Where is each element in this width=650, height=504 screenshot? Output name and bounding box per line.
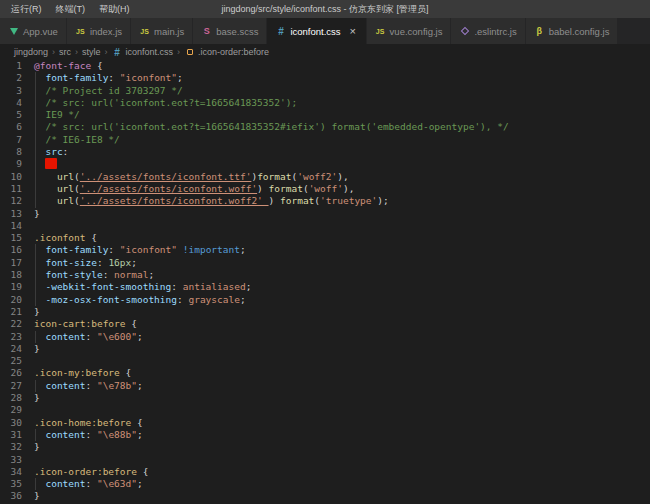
line-number: 36 [0, 490, 34, 502]
code-line[interactable]: 27 content: "\e78b"; [0, 380, 650, 392]
code-line[interactable]: 10 url('../assets/fonts/iconfont.ttf')fo… [0, 171, 650, 183]
code-line[interactable]: 4 /* src: url('iconfont.eot?t=1665641835… [0, 97, 650, 109]
code-line[interactable]: 18 font-style: normal; [0, 269, 650, 281]
code-line[interactable]: 21} [0, 306, 650, 318]
code-line[interactable]: 11 url('../assets/fonts/iconfont.woff') … [0, 183, 650, 195]
code-line[interactable]: 17 font-size: 16px; [0, 257, 650, 269]
code-line[interactable]: 13} [0, 208, 650, 220]
breadcrumb-item[interactable]: src [59, 47, 71, 57]
breadcrumb-separator: › [173, 47, 184, 57]
line-number: 22 [0, 318, 34, 330]
tab-label: babel.config.js [549, 26, 610, 37]
breadcrumb-item[interactable]: jingdong [14, 47, 48, 57]
code-line[interactable]: 28} [0, 392, 650, 404]
eslint-file-icon [459, 26, 470, 37]
code-line-content: font-family: "iconfont"; [34, 72, 650, 84]
code-line-content: icon-cart:before { [34, 318, 650, 330]
code-line-content: font-style: normal; [34, 269, 650, 281]
code-line[interactable]: 34.icon-order:before { [0, 466, 650, 478]
code-line-content: content: "\e78b"; [34, 380, 650, 392]
code-line[interactable]: 26.icon-my:before { [0, 367, 650, 379]
tab-iconfont.css[interactable]: #iconfont.css× [267, 18, 366, 44]
code-line-content: url('../assets/fonts/iconfont.woff2' ) f… [34, 195, 650, 207]
code-line[interactable]: 3 /* Project id 3703297 */ [0, 85, 650, 97]
code-line-content [34, 355, 650, 367]
code-line-content [34, 220, 650, 232]
tab-App.vue[interactable]: App.vue [0, 18, 67, 44]
tab-.eslintrc.js[interactable]: .eslintrc.js [451, 18, 525, 44]
code-line[interactable]: 16 font-family: "iconfont" !important; [0, 244, 650, 256]
code-line-content: } [34, 441, 650, 453]
editor-code[interactable]: 1@font-face {2 font-family: "iconfont";3… [0, 60, 650, 504]
code-line[interactable]: 2 font-family: "iconfont"; [0, 72, 650, 84]
vue-file-icon [8, 26, 19, 37]
code-line-content: } [34, 343, 650, 355]
line-number: 7 [0, 134, 34, 146]
tab-base.scss[interactable]: Sbase.scss [193, 18, 267, 44]
code-line[interactable]: 30.icon-home:before { [0, 417, 650, 429]
code-line[interactable]: 32} [0, 441, 650, 453]
tab-babel.config.js[interactable]: βbabel.config.js [526, 18, 619, 44]
code-line-content: .iconfont { [34, 232, 650, 244]
code-line-content: .icon-home:before { [34, 417, 650, 429]
line-number: 15 [0, 232, 34, 244]
menu-item[interactable]: 帮助(H) [92, 3, 137, 16]
code-line-content: src: [34, 146, 650, 158]
line-number: 1 [0, 60, 34, 72]
code-line-content [34, 158, 650, 170]
line-number: 3 [0, 85, 34, 97]
line-number: 31 [0, 429, 34, 441]
breadcrumb-item[interactable]: #iconfont.css [112, 47, 174, 58]
tab-vue.config.js[interactable]: JSvue.config.js [367, 18, 452, 44]
code-line[interactable]: 23 content: "\e600"; [0, 331, 650, 343]
tab-label: base.scss [216, 26, 258, 37]
sass-file-icon: S [201, 26, 212, 37]
line-number: 20 [0, 294, 34, 306]
code-line[interactable]: 7 /* IE6-IE8 */ [0, 134, 650, 146]
tab-label: index.js [90, 26, 122, 37]
code-line[interactable]: 8 src: [0, 146, 650, 158]
code-line[interactable]: 29 [0, 404, 650, 416]
code-line[interactable]: 12 url('../assets/fonts/iconfont.woff2' … [0, 195, 650, 207]
code-line-content: } [34, 392, 650, 404]
tab-index.js[interactable]: JSindex.js [67, 18, 131, 44]
code-line-content: font-family: "iconfont" !important; [34, 244, 650, 256]
close-icon[interactable]: × [348, 26, 358, 36]
code-line[interactable]: 15.iconfont { [0, 232, 650, 244]
breadcrumb: jingdong›src›style›#iconfont.css›.icon-o… [0, 44, 650, 60]
breadcrumb-item[interactable]: style [82, 47, 101, 57]
line-number: 33 [0, 454, 34, 466]
code-line[interactable]: 25 [0, 355, 650, 367]
menu-item[interactable]: 运行(R) [4, 3, 49, 16]
code-line-content [34, 404, 650, 416]
code-line[interactable]: 6 /* src: url('iconfont.eot?t=1665641835… [0, 121, 650, 133]
code-line[interactable]: 5 IE9 */ [0, 109, 650, 121]
css-file-icon: # [112, 47, 123, 58]
code-line-content: font-size: 16px; [34, 257, 650, 269]
code-line[interactable]: 22icon-cart:before { [0, 318, 650, 330]
line-number: 29 [0, 404, 34, 416]
line-number: 32 [0, 441, 34, 453]
code-line[interactable]: 19 -webkit-font-smoothing: antialiased; [0, 281, 650, 293]
code-line-content: } [34, 208, 650, 220]
line-number: 6 [0, 121, 34, 133]
breadcrumb-label: style [82, 47, 101, 57]
code-line[interactable]: 9 [0, 158, 650, 170]
code-line-content: content: "\e600"; [34, 331, 650, 343]
tab-main.js[interactable]: JSmain.js [131, 18, 193, 44]
code-line[interactable]: 33 [0, 454, 650, 466]
line-number: 2 [0, 72, 34, 84]
css-file-icon: # [275, 26, 286, 37]
code-line[interactable]: 20 -moz-osx-font-smoothing: grayscale; [0, 294, 650, 306]
line-number: 24 [0, 343, 34, 355]
code-line-content: content: "\e63d"; [34, 478, 650, 490]
code-line[interactable]: 24} [0, 343, 650, 355]
code-line-content: } [34, 306, 650, 318]
code-line[interactable]: 31 content: "\e88b"; [0, 429, 650, 441]
code-line[interactable]: 1@font-face { [0, 60, 650, 72]
breadcrumb-item[interactable]: .icon-order:before [184, 47, 269, 58]
code-line[interactable]: 35 content: "\e63d"; [0, 478, 650, 490]
code-line[interactable]: 14 [0, 220, 650, 232]
code-line[interactable]: 36} [0, 490, 650, 502]
menu-item[interactable]: 终端(T) [49, 3, 93, 16]
